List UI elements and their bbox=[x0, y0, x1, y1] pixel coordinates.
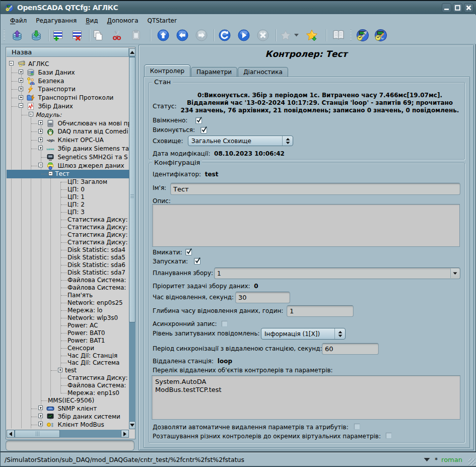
go-up-button[interactable] bbox=[156, 28, 170, 42]
tree-item-час-дії-система[interactable]: Час Дії: Система bbox=[7, 359, 129, 367]
tree-vscrollbar[interactable] bbox=[129, 48, 135, 429]
tree-item-статистика-диску-[interactable]: Статистика Диску: bbox=[7, 224, 129, 231]
tree-item-сенсори[interactable]: Сенсори bbox=[7, 344, 129, 352]
maximize-button[interactable] bbox=[453, 3, 462, 13]
toolbar-handle[interactable] bbox=[350, 30, 352, 41]
hscroll-thumb[interactable] bbox=[15, 430, 60, 438]
tree-item-snmp-клієнт[interactable]: SNMP клієнт bbox=[7, 405, 129, 413]
titlebar[interactable]: OpenSCADA QTCfg: АГЛКС bbox=[1, 0, 476, 14]
place-checkbox[interactable] bbox=[385, 432, 392, 439]
expand-icon[interactable] bbox=[19, 95, 23, 100]
tab-diagnostics[interactable]: Діагностика bbox=[238, 67, 288, 77]
collapse-icon[interactable] bbox=[48, 171, 53, 176]
name-input[interactable]: Тест bbox=[170, 183, 460, 195]
tree-item-цп-1[interactable]: ЦП: 1 bbox=[7, 193, 129, 201]
uivision-launcher-button[interactable] bbox=[374, 28, 388, 42]
save-to-db-button[interactable] bbox=[29, 28, 43, 42]
vscroll-thumb[interactable] bbox=[129, 57, 135, 322]
expand-icon[interactable] bbox=[38, 422, 43, 426]
tab-controller[interactable]: Контролер bbox=[144, 64, 190, 77]
menu-редагування[interactable]: Редагування bbox=[33, 16, 80, 25]
collapse-icon[interactable] bbox=[19, 103, 23, 108]
sched-combobox[interactable]: 1 bbox=[214, 268, 460, 279]
expand-icon[interactable] bbox=[19, 70, 23, 74]
qtcfg-launcher-button[interactable] bbox=[356, 28, 370, 42]
minimize-button[interactable] bbox=[442, 3, 451, 13]
tree-item-аглкс[interactable]: АГЛКСАГЛКС bbox=[7, 60, 129, 69]
menu-допомога[interactable]: Допомога bbox=[104, 16, 142, 25]
tab-parameters[interactable]: Параметри bbox=[191, 67, 237, 77]
tree-item-disk-statistic-sda6[interactable]: Disk Statistic: sda6 bbox=[7, 261, 129, 269]
scroll-up-button[interactable] bbox=[129, 48, 135, 56]
sync-input[interactable]: 60 bbox=[322, 343, 379, 355]
tree-item-статистика-диску-[interactable]: Статистика Диску: bbox=[7, 239, 129, 246]
tree-item-безпека[interactable]: Безпека bbox=[7, 77, 129, 85]
tree-item-daq-плати-від-comedi[interactable]: DAQ плати від Comedi bbox=[7, 127, 129, 136]
expand-icon[interactable] bbox=[58, 368, 62, 372]
tree-item-пам-ять[interactable]: Пам'ять bbox=[7, 291, 129, 299]
copy-item-button[interactable] bbox=[91, 28, 105, 42]
tree-item-disk-statistic-sda4[interactable]: Disk Statistic: sda4 bbox=[7, 246, 129, 253]
tree-item-network-wlp3s0[interactable]: Network: wlp3s0 bbox=[7, 314, 129, 321]
menu-qtstarter[interactable]: QTStarter bbox=[145, 16, 180, 25]
tree-filter-input[interactable] bbox=[6, 440, 134, 451]
tree-item-збір-даних-siemens-та[interactable]: SIEMENSЗбір даних Siemens та bbox=[7, 145, 129, 153]
tree-item-network-enp0s25[interactable]: Network: enp0s25 bbox=[7, 299, 129, 306]
storage-combobox[interactable]: Загальне Сховище bbox=[188, 136, 293, 146]
expand-icon[interactable] bbox=[38, 129, 43, 134]
scroll-left-button[interactable] bbox=[7, 430, 15, 438]
tree-item-power-bat0[interactable]: Power: BAT0 bbox=[7, 329, 129, 337]
tree-item-цп-3[interactable]: ЦП: 3 bbox=[7, 209, 129, 216]
tray-collapse-icon[interactable] bbox=[423, 457, 431, 462]
go-forward-button[interactable] bbox=[194, 28, 209, 42]
tree-item-test[interactable]: test bbox=[7, 367, 129, 374]
tree-item-цп-0[interactable]: ЦП: 0 bbox=[7, 186, 129, 193]
tree-item-мережа-lo[interactable]: Мережа: lo bbox=[7, 306, 129, 314]
expand-icon[interactable] bbox=[19, 78, 23, 83]
running-checkbox[interactable] bbox=[200, 127, 207, 134]
tree-item-файлова-система-[interactable]: Файлова Система: bbox=[7, 276, 129, 284]
tree-item-клієнт-opc-ua[interactable]: opcКлієнт OPC-UA bbox=[7, 136, 129, 145]
menu-файл[interactable]: Файл bbox=[7, 16, 30, 25]
tree-item-статистика-диску-[interactable]: Статистика Диску: bbox=[7, 374, 129, 382]
go-back-button[interactable] bbox=[175, 28, 189, 42]
favorites-button[interactable] bbox=[279, 28, 292, 42]
start-checkbox[interactable] bbox=[194, 258, 200, 264]
paste-item-button[interactable] bbox=[129, 28, 143, 42]
expand-icon[interactable] bbox=[38, 414, 43, 418]
tree-item-статистика-диску-[interactable]: Статистика Диску: bbox=[7, 216, 129, 224]
favorites-dropdown[interactable] bbox=[293, 28, 300, 42]
enable-checkbox[interactable] bbox=[185, 249, 192, 255]
cut-item-button[interactable] bbox=[110, 28, 124, 42]
expand-icon[interactable] bbox=[38, 146, 43, 150]
tree-item-файлова-система-[interactable]: Файлова Система: bbox=[7, 284, 129, 291]
tree-item-транспорти[interactable]: Транспорти bbox=[7, 85, 129, 94]
item-add-button[interactable] bbox=[51, 28, 65, 42]
start-updating-button[interactable] bbox=[237, 28, 251, 42]
tree-item-статистика-диску-[interactable]: Статистика Диску: bbox=[7, 231, 129, 239]
tree-item-mms-iec-9506-[interactable]: MMS(IEC-9506) bbox=[7, 397, 129, 405]
user-name[interactable]: roman bbox=[441, 456, 462, 463]
tree-item-цп-2[interactable]: ЦП: 2 bbox=[7, 201, 129, 209]
tree-item-збір-даних[interactable]: Збір Даних bbox=[7, 102, 129, 111]
resize-grip[interactable] bbox=[468, 458, 475, 465]
tree-item-бази-даних[interactable]: Бази Даних bbox=[7, 68, 129, 77]
tree-item-power-bat1[interactable]: Power: BAT1 bbox=[7, 337, 129, 344]
tree-item-модуль-[interactable]: Модуль: bbox=[7, 110, 129, 119]
tree-item-обчислювач-на-мові-пр[interactable]: Обчислювач на мові пр bbox=[7, 119, 129, 127]
tree-item-клієнт-modbus[interactable]: Клієнт ModBus bbox=[7, 421, 129, 428]
scroll-down-button[interactable] bbox=[129, 421, 135, 429]
tree-item-disk-statistic-sda5[interactable]: Disk Statistic: sda5 bbox=[7, 253, 129, 261]
collapse-icon[interactable] bbox=[9, 61, 14, 65]
tree-item-цп-загалом[interactable]: ЦП: Загалом bbox=[7, 178, 129, 186]
collapse-icon[interactable] bbox=[38, 163, 43, 167]
collapse-icon[interactable] bbox=[29, 112, 33, 116]
scroll-right-button[interactable] bbox=[121, 430, 129, 438]
close-button[interactable] bbox=[464, 3, 473, 13]
item-delete-button[interactable] bbox=[70, 28, 84, 42]
tree-item-час-дії-станція[interactable]: Час Дії: Станція bbox=[7, 352, 129, 359]
tree-item-power-ac[interactable]: Power: AC bbox=[7, 321, 129, 329]
expand-icon[interactable] bbox=[38, 138, 43, 142]
expand-icon[interactable] bbox=[38, 120, 43, 125]
expand-icon[interactable] bbox=[38, 406, 43, 410]
